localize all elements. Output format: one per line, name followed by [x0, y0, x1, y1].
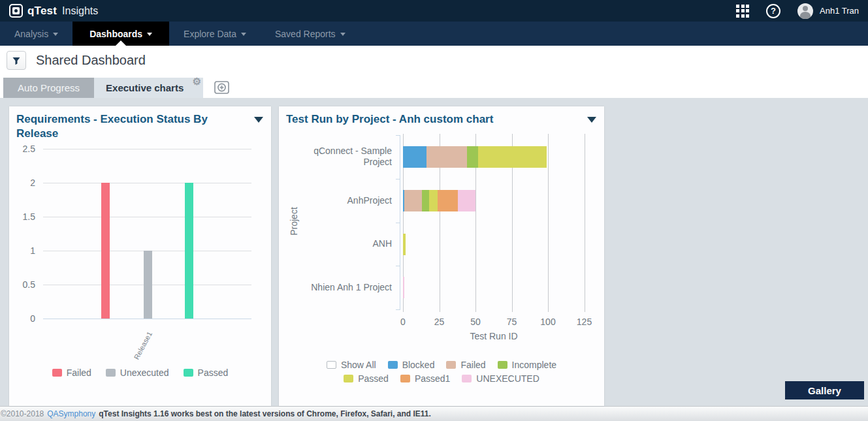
legend-swatch-icon: [498, 361, 507, 369]
legend-label: Incomplete: [512, 360, 556, 370]
y-tick-label: 2: [9, 178, 35, 188]
bar-segment-passed[interactable]: [478, 146, 546, 168]
axis-tick: [396, 309, 400, 310]
legend-swatch-icon: [184, 369, 193, 377]
legend-item-show-all[interactable]: Show All: [327, 360, 376, 370]
y-tick-label: 2.5: [9, 144, 35, 154]
bar-failed[interactable]: [101, 183, 110, 319]
brand-name: qTest: [27, 5, 57, 18]
tab-executive-charts[interactable]: Executive charts ⚙: [94, 78, 203, 98]
copyright-text: ©2010-2018: [1, 409, 44, 418]
legend-label: Unexecuted: [120, 367, 169, 378]
help-icon[interactable]: ?: [766, 4, 780, 18]
tab-auto-progress[interactable]: Auto Progress: [3, 78, 94, 98]
bar-segment-unexecuted[interactable]: [403, 277, 404, 298]
chart-legend: Show AllBlockedFailedIncompletePassedPas…: [279, 360, 604, 384]
dashboard-tabs: Auto Progress Executive charts ⚙: [3, 78, 230, 98]
filter-button[interactable]: [7, 51, 26, 70]
funnel-icon: [12, 56, 21, 65]
category-label: qConnect - Sample Project: [284, 135, 392, 179]
y-tick-label: 1.5: [9, 211, 35, 222]
x-tick-label: 125: [571, 317, 598, 327]
y-tick-label: 0: [9, 313, 35, 324]
legend-swatch-icon: [106, 369, 116, 377]
qtest-logo-icon[interactable]: [9, 4, 23, 18]
y-axis-line: [400, 135, 400, 310]
nav-item-dashboards[interactable]: Dashboards: [72, 22, 169, 46]
bar-segment-passed[interactable]: [403, 234, 406, 255]
user-name: Anh1 Tran: [820, 6, 859, 16]
avatar: [797, 3, 813, 19]
bar-segment-failed[interactable]: [404, 190, 422, 211]
bar-segment-passed1[interactable]: [438, 190, 458, 211]
gridline: [43, 319, 251, 319]
nav-item-explore-data[interactable]: Explore Data: [169, 22, 261, 46]
gridline: [43, 217, 251, 217]
bar-segment-incomplete[interactable]: [467, 146, 479, 168]
legend-swatch-icon: [400, 375, 410, 382]
version-note: qTest Insights 1.16 works best on the la…: [99, 409, 431, 418]
legend-item-unexecuted[interactable]: Unexecuted: [106, 367, 169, 378]
bar-segment-passed[interactable]: [429, 190, 438, 211]
legend-item-passed1[interactable]: Passed1: [400, 373, 450, 384]
nav-item-saved-reports[interactable]: Saved Reports: [261, 22, 360, 46]
gridline: [585, 134, 585, 312]
x-tick-label: 100: [535, 317, 561, 327]
category-label: Nhien Anh 1 Project: [284, 266, 392, 309]
apps-grid-icon[interactable]: [736, 5, 749, 18]
bar-segment-failed[interactable]: [426, 146, 467, 168]
gridline: [548, 134, 549, 312]
bar-segment-unexecuted[interactable]: [458, 190, 475, 211]
legend-label: Passed: [198, 367, 229, 378]
widget-requirements-execution-status: Requirements - Execution Status By Relea…: [9, 106, 271, 406]
category-label: ANH: [284, 223, 392, 266]
legend-swatch-icon: [327, 361, 336, 369]
legend-item-incomplete[interactable]: Incomplete: [498, 360, 556, 370]
main-navbar: Analysis Dashboards Explore Data Saved R…: [0, 22, 868, 46]
footer: ©2010-2018 QASymphony qTest Insights 1.1…: [0, 406, 868, 421]
axis-tick: [396, 179, 400, 179]
legend-item-passed[interactable]: Passed: [184, 367, 229, 378]
legend-item-unexecuted[interactable]: UNEXECUTED: [462, 373, 539, 384]
widget-test-run-by-project: Test Run by Project - Anh custom chart 0…: [279, 106, 604, 406]
x-tick-label: 0: [390, 317, 416, 327]
x-tick-label: 50: [462, 317, 489, 327]
legend-item-blocked[interactable]: Blocked: [388, 360, 435, 370]
x-tick-label: 75: [499, 317, 525, 327]
bar-segment-incomplete[interactable]: [422, 190, 429, 211]
top-app-bar: qTest Insights ? Anh1 Tran: [0, 0, 868, 22]
product-name: Insights: [62, 5, 98, 17]
x-axis-title: Test Run ID: [403, 331, 585, 341]
x-category-label: Release1: [133, 330, 153, 361]
legend-label: Failed: [460, 360, 485, 370]
gear-icon[interactable]: ⚙: [193, 76, 201, 87]
widget-menu-icon[interactable]: [254, 117, 263, 123]
legend-item-passed[interactable]: Passed: [344, 373, 389, 384]
legend-item-failed[interactable]: Failed: [52, 367, 91, 378]
legend-item-failed[interactable]: Failed: [446, 360, 485, 370]
gridline: [43, 149, 251, 149]
legend-swatch-icon: [344, 375, 353, 382]
bar-passed[interactable]: [185, 183, 193, 319]
bar-chart-plot: 2.521.510.50Release1: [9, 149, 271, 319]
axis-tick: [396, 135, 400, 136]
category-label: AnhProject: [284, 179, 392, 223]
nav-item-analysis[interactable]: Analysis: [0, 22, 72, 46]
y-axis-title: Project: [289, 189, 299, 254]
chart-title: Requirements - Execution Status By Relea…: [9, 106, 271, 141]
bar-unexecuted[interactable]: [144, 251, 152, 319]
chart-legend: FailedUnexecutedPassed: [9, 367, 271, 378]
dashboard-canvas: Requirements - Execution Status By Relea…: [0, 98, 868, 406]
legend-label: Failed: [67, 367, 91, 378]
qasymphony-link[interactable]: QASymphony: [47, 409, 95, 418]
legend-label: Blocked: [402, 360, 435, 370]
add-dashboard-icon[interactable]: [214, 80, 230, 95]
legend-label: Passed1: [415, 373, 450, 384]
legend-swatch-icon: [446, 361, 456, 369]
bar-segment-blocked[interactable]: [403, 146, 426, 168]
chevron-down-icon: [147, 33, 152, 36]
user-menu[interactable]: [797, 3, 813, 19]
axis-tick: [396, 223, 400, 223]
chevron-down-icon: [241, 33, 246, 36]
gallery-button[interactable]: Gallery: [785, 381, 864, 399]
